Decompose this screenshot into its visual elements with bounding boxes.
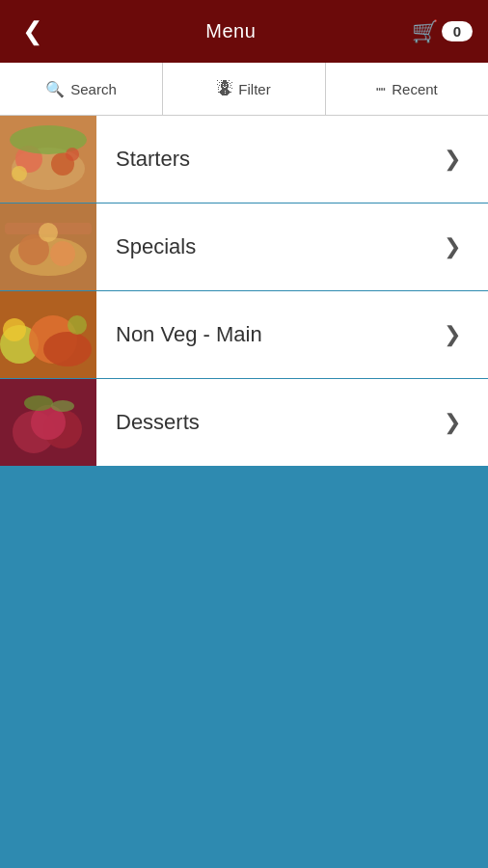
svg-point-5 [12, 166, 27, 181]
menu-list: Starters ❯ Specials ❯ [0, 116, 488, 467]
search-icon: 🔍 [45, 80, 65, 98]
nonveg-label: Non Veg - Main [116, 322, 444, 347]
specials-thumbnail [0, 203, 96, 290]
svg-point-6 [66, 148, 79, 161]
tab-bar: 🔍 Search ⛇ Filter ┉ Recent [0, 63, 488, 116]
filter-icon: ⛇ [217, 80, 232, 97]
specials-content: Specials ❯ [96, 203, 488, 290]
back-button[interactable]: ❮ [15, 16, 50, 46]
starters-label: Starters [116, 147, 444, 172]
header: ❮ Menu 🛒 0 [0, 0, 488, 63]
desserts-thumbnail [0, 379, 96, 466]
svg-point-17 [43, 332, 92, 366]
svg-point-10 [50, 241, 75, 266]
nonveg-content: Non Veg - Main ❯ [96, 291, 488, 378]
specials-label: Specials [116, 234, 444, 259]
tab-search-label: Search [70, 81, 117, 97]
cart-count: 0 [442, 21, 473, 41]
svg-point-12 [39, 223, 58, 242]
cart-area[interactable]: 🛒 0 [412, 19, 473, 44]
desserts-image [0, 379, 96, 466]
starters-chevron: ❯ [444, 147, 469, 172]
tab-recent-label: Recent [392, 81, 438, 97]
menu-item-starters[interactable]: Starters ❯ [0, 116, 488, 203]
back-icon: ❮ [22, 16, 43, 45]
menu-item-nonveg[interactable]: Non Veg - Main ❯ [0, 291, 488, 379]
svg-point-23 [24, 395, 53, 411]
menu-item-desserts[interactable]: Desserts ❯ [0, 379, 488, 467]
cart-icon: 🛒 [412, 19, 438, 44]
recent-icon: ┉ [376, 80, 386, 98]
nonveg-thumbnail [0, 291, 96, 378]
background-area [0, 467, 488, 868]
nonveg-image [0, 291, 96, 378]
starters-image [0, 116, 96, 203]
nonveg-chevron: ❯ [444, 322, 469, 347]
svg-point-24 [51, 400, 74, 412]
menu-item-specials[interactable]: Specials ❯ [0, 203, 488, 291]
specials-image [0, 203, 96, 290]
tab-search[interactable]: 🔍 Search [0, 63, 163, 115]
desserts-chevron: ❯ [444, 410, 469, 435]
svg-point-18 [68, 315, 87, 335]
desserts-content: Desserts ❯ [96, 379, 488, 466]
tab-filter-label: Filter [238, 81, 270, 97]
starters-thumbnail [0, 116, 96, 203]
desserts-label: Desserts [116, 410, 444, 435]
starters-content: Starters ❯ [96, 116, 488, 203]
svg-point-16 [3, 318, 26, 341]
tab-filter[interactable]: ⛇ Filter [163, 63, 326, 115]
specials-chevron: ❯ [444, 234, 469, 259]
page-title: Menu [205, 20, 256, 42]
tab-recent[interactable]: ┉ Recent [326, 63, 488, 115]
